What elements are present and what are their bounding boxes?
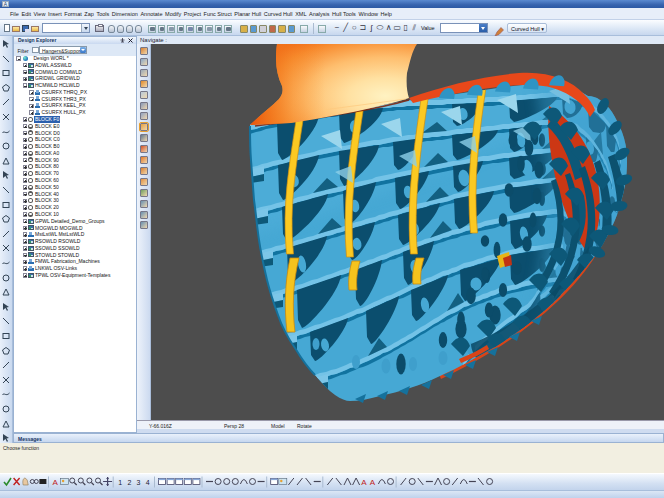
svg-text:A: A: [361, 478, 367, 487]
svg-text:A: A: [370, 478, 376, 487]
svg-text:2: 2: [127, 479, 131, 486]
svg-text:A: A: [53, 478, 59, 487]
svg-text:4: 4: [146, 479, 150, 486]
svg-text:3: 3: [137, 479, 141, 486]
svg-text:1: 1: [118, 479, 122, 486]
